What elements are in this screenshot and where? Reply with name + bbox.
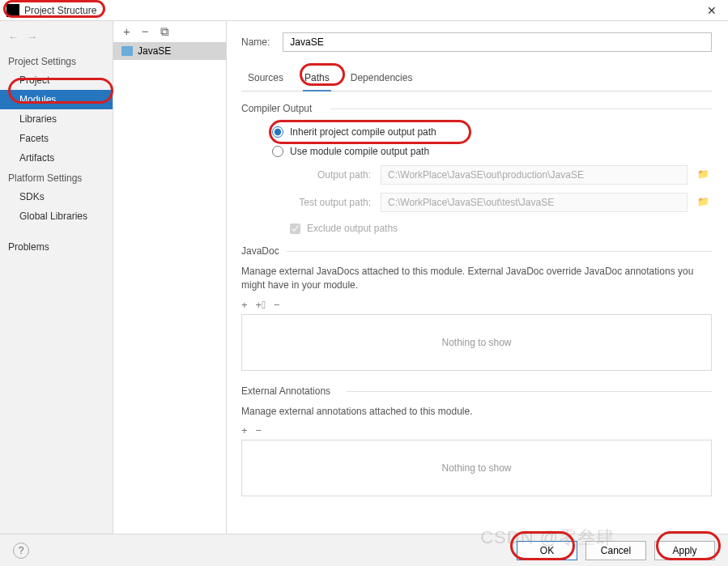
- forward-arrow-icon[interactable]: →: [27, 31, 37, 43]
- apply-button[interactable]: Apply: [654, 541, 715, 560]
- radio-use-module-label: Use module compile output path: [290, 146, 429, 157]
- app-icon: [6, 4, 19, 17]
- ext-annotations-toolbar: + −: [241, 421, 712, 440]
- javadoc-remove-icon[interactable]: −: [274, 299, 280, 311]
- javadoc-add-icon[interactable]: +: [241, 299, 248, 311]
- javadoc-empty: Nothing to show: [241, 314, 712, 371]
- window-title: Project Structure: [24, 5, 96, 16]
- sidebar-item-libraries[interactable]: Libraries: [0, 109, 113, 129]
- ok-button[interactable]: OK: [517, 541, 577, 560]
- tab-paths[interactable]: Paths: [303, 68, 331, 91]
- section-platform-settings: Platform Settings: [0, 168, 113, 187]
- module-name: JavaSE: [138, 45, 171, 57]
- ext-annotations-desc: Manage external annotations attached to …: [241, 405, 712, 419]
- exclude-checkbox: [290, 223, 300, 234]
- output-path-label: Output path:: [290, 169, 371, 181]
- remove-module-icon[interactable]: −: [142, 24, 149, 38]
- extann-add-icon[interactable]: +: [241, 424, 248, 436]
- sidebar: ← → Project Settings Project Modules Lib…: [0, 21, 113, 534]
- titlebar: Project Structure ✕: [0, 0, 728, 21]
- output-path-input: [381, 165, 688, 185]
- sidebar-item-facets[interactable]: Facets: [0, 129, 113, 148]
- section-project-settings: Project Settings: [0, 51, 113, 70]
- content-panel: Name: Sources Paths Dependencies Compile…: [227, 21, 728, 534]
- footer: ? OK Cancel Apply: [0, 534, 728, 566]
- name-label: Name:: [241, 36, 270, 48]
- compiler-output-title: Compiler Output: [241, 103, 712, 114]
- tab-sources[interactable]: Sources: [246, 68, 285, 91]
- radio-use-module[interactable]: Use module compile output path: [241, 142, 712, 161]
- test-output-path-input: [381, 193, 688, 212]
- radio-inherit-input[interactable]: [272, 126, 283, 138]
- sidebar-item-global-libraries[interactable]: Global Libraries: [0, 206, 113, 226]
- back-arrow-icon[interactable]: ←: [8, 31, 19, 43]
- nav-arrows: ← →: [0, 28, 113, 51]
- ext-annotations-empty: Nothing to show: [241, 440, 712, 496]
- folder-icon: [121, 46, 133, 56]
- sidebar-item-sdks[interactable]: SDKs: [0, 187, 113, 206]
- radio-use-module-input[interactable]: [272, 146, 283, 157]
- test-output-path-label: Test output path:: [290, 197, 371, 208]
- sidebar-item-problems[interactable]: Problems: [0, 237, 113, 257]
- exclude-label: Exclude output paths: [307, 223, 398, 234]
- exclude-checkbox-row: Exclude output paths: [241, 216, 712, 245]
- sidebar-item-project[interactable]: Project: [0, 70, 113, 90]
- extann-remove-icon[interactable]: −: [256, 424, 262, 436]
- radio-inherit-label: Inherit project compile output path: [290, 126, 436, 138]
- name-input[interactable]: [283, 32, 712, 52]
- close-icon[interactable]: ✕: [702, 4, 722, 17]
- javadoc-desc: Manage external JavaDocs attached to thi…: [241, 265, 712, 292]
- copy-module-icon[interactable]: ⧉: [160, 24, 169, 39]
- sidebar-item-modules[interactable]: Modules: [0, 90, 113, 109]
- ext-annotations-title: External Annotations: [241, 385, 712, 397]
- radio-inherit[interactable]: Inherit project compile output path: [241, 122, 712, 142]
- browse-output-icon: 📁: [697, 168, 712, 181]
- javadoc-toolbar: + +⃓ −: [241, 296, 712, 314]
- tabs: Sources Paths Dependencies: [241, 68, 712, 91]
- sidebar-item-artifacts[interactable]: Artifacts: [0, 148, 113, 168]
- tab-dependencies[interactable]: Dependencies: [349, 68, 415, 91]
- cancel-button[interactable]: Cancel: [585, 541, 646, 560]
- help-icon[interactable]: ?: [13, 543, 29, 559]
- add-module-icon[interactable]: +: [123, 24, 130, 38]
- javadoc-add-url-icon[interactable]: +⃓: [256, 299, 266, 311]
- module-item-javase[interactable]: JavaSE: [113, 42, 226, 60]
- module-list: + − ⧉ JavaSE: [113, 21, 227, 534]
- browse-test-output-icon: 📁: [697, 196, 712, 209]
- javadoc-title: JavaDoc: [241, 245, 712, 257]
